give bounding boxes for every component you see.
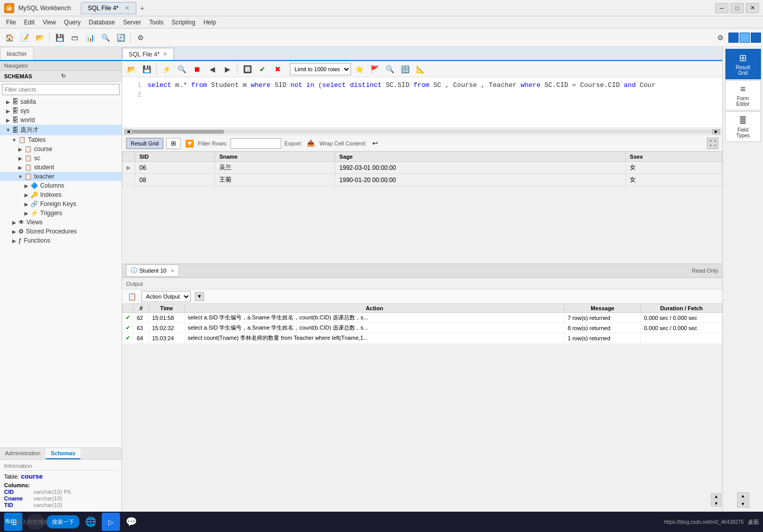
sql-find-btn[interactable]: 🔍 bbox=[383, 62, 397, 76]
sql-format-btn[interactable]: 📐 bbox=[413, 62, 427, 76]
menu-file[interactable]: File bbox=[2, 18, 20, 27]
grid-icon-btn[interactable]: ⊞ bbox=[166, 138, 181, 149]
sql-stop-btn[interactable]: ⏹ bbox=[190, 62, 204, 76]
sql-save-btn[interactable]: 💾 bbox=[139, 62, 154, 76]
sql-next-btn[interactable]: ▶ bbox=[220, 62, 234, 76]
tree-pangxingcai[interactable]: ▼ 🗄 庞兴才 bbox=[0, 125, 122, 135]
tab-administration[interactable]: Administration bbox=[0, 448, 46, 459]
tree-stored-procedures[interactable]: ▶ ⚙ Stored Procedures bbox=[0, 227, 122, 236]
tree-views[interactable]: ▶ 👁 Views bbox=[0, 218, 122, 227]
tab-close-icon[interactable]: ✕ bbox=[125, 5, 130, 12]
menu-query[interactable]: Query bbox=[60, 18, 85, 27]
menu-scripting[interactable]: Scripting bbox=[167, 18, 199, 27]
sql-linenum-btn[interactable]: 🔢 bbox=[398, 62, 412, 76]
menu-help[interactable]: Help bbox=[199, 18, 220, 27]
toolbar-home-btn[interactable]: 🏠 bbox=[2, 31, 16, 45]
h-scroll-thumb[interactable] bbox=[132, 130, 224, 134]
tree-triggers[interactable]: ▶ ⚡ Triggers bbox=[0, 209, 122, 218]
sql-execute-btn[interactable]: ⚡ bbox=[159, 62, 173, 76]
menu-database[interactable]: Database bbox=[85, 18, 119, 27]
sql-prev-btn[interactable]: ◀ bbox=[205, 62, 219, 76]
view-btn-1[interactable] bbox=[728, 33, 739, 43]
tree-functions[interactable]: ▶ ƒ Functions bbox=[0, 236, 122, 245]
limit-select[interactable]: Limit to 1000 rows No Limit Limit to 10 … bbox=[290, 63, 351, 75]
new-tab-button[interactable]: + bbox=[136, 2, 149, 14]
taskbar-ie-btn[interactable]: 🌐 bbox=[81, 513, 100, 531]
sql-commit-btn[interactable]: ✔ bbox=[255, 62, 270, 76]
tab-teacher[interactable]: teacher bbox=[0, 47, 34, 60]
refresh-icon[interactable]: ↻ bbox=[61, 73, 118, 79]
tree-world[interactable]: ▶ 🗄 world bbox=[0, 115, 122, 125]
taskbar-app1-btn[interactable]: ▷ bbox=[102, 513, 120, 531]
wrap-icon[interactable]: ↩ bbox=[370, 138, 381, 149]
tree-foreign-keys[interactable]: ▶ 🔗 Foreign Keys bbox=[0, 199, 122, 209]
sql-flag-btn[interactable]: 🚩 bbox=[367, 62, 382, 76]
maximize-grid-btn[interactable]: ⛶ bbox=[707, 138, 718, 149]
menu-edit[interactable]: Edit bbox=[20, 18, 39, 27]
horizontal-scrollbar[interactable]: ◀ ▶ bbox=[122, 128, 722, 135]
view-btn-3[interactable] bbox=[751, 33, 761, 43]
action-output-select[interactable]: Action Output bbox=[141, 291, 191, 302]
tree-sys[interactable]: ▶ 🗄 sys bbox=[0, 106, 122, 115]
h-scroll-track[interactable] bbox=[132, 130, 712, 134]
tree-sc[interactable]: ▶ 📋 sc bbox=[0, 154, 122, 163]
table-row[interactable]: ▶ 06 吴兰 1992-03-01 00:00:00 女 bbox=[123, 162, 722, 174]
toolbar-sql-btn[interactable]: 📝 bbox=[17, 31, 32, 45]
output-icon-btn[interactable]: 📋 bbox=[126, 291, 137, 302]
result-tab-close[interactable]: ✕ bbox=[170, 268, 174, 274]
sql-file-tab[interactable]: SQL File 4* ✕ bbox=[122, 48, 174, 60]
tree-teacher[interactable]: ▼ 📋 teacher bbox=[0, 172, 122, 181]
tree-indexes[interactable]: ▶ 🔑 Indexes bbox=[0, 190, 122, 199]
taskbar-app2-btn[interactable]: 💬 bbox=[122, 513, 140, 531]
toolbar-options-icon[interactable]: ⚙ bbox=[713, 31, 727, 45]
sql-rollback-btn[interactable]: ✖ bbox=[271, 62, 285, 76]
filter-rows-input[interactable] bbox=[230, 138, 281, 149]
dropdown-arrow-btn[interactable]: ▼ bbox=[195, 292, 204, 301]
table-row[interactable]: 08 王菊 1990-01-20 00:00:00 女 bbox=[123, 174, 722, 186]
output-row-2[interactable]: ✔ 63 15:02:32 select a.SID 学生编号，a.Sname … bbox=[123, 323, 722, 333]
filter-input[interactable] bbox=[2, 84, 120, 95]
scroll-down-arrow[interactable]: ▼ bbox=[711, 500, 721, 507]
export-icon[interactable]: 📤 bbox=[305, 138, 316, 149]
tree-sakila[interactable]: ▶ 🗄 sakila bbox=[0, 97, 122, 106]
form-editor-sidebar-btn[interactable]: ≡ Form Editor bbox=[725, 80, 761, 110]
sql-tab-close[interactable]: ✕ bbox=[163, 51, 167, 57]
sql-bookmark-btn[interactable]: ⭐ bbox=[352, 62, 366, 76]
menu-view[interactable]: View bbox=[39, 18, 60, 27]
result-grid-btn[interactable]: Result Grid bbox=[126, 138, 163, 149]
scroll-left-btn[interactable]: ◀ bbox=[124, 129, 132, 134]
tree-course[interactable]: ▶ 📋 course bbox=[0, 144, 122, 154]
minimize-button[interactable]: ─ bbox=[715, 3, 728, 13]
toolbar-save-btn[interactable]: 💾 bbox=[52, 31, 67, 45]
sql-explain-btn[interactable]: 🔍 bbox=[174, 62, 189, 76]
sql-open-btn[interactable]: 📂 bbox=[124, 62, 138, 76]
search-taskbar-area[interactable]: 🔍 bbox=[26, 514, 45, 529]
toolbar-table-btn[interactable]: 🗃 bbox=[68, 31, 82, 45]
tab-local-instance[interactable]: SQL File 4* ✕ bbox=[81, 2, 136, 14]
output-row-3[interactable]: ✔ 64 15:03:24 select count(Tname) 李林老师的数… bbox=[123, 333, 722, 343]
result-grid-sidebar-btn[interactable]: ⊞ Result Grid bbox=[725, 49, 761, 79]
toolbar-refresh-btn[interactable]: 🔄 bbox=[113, 31, 128, 45]
sidebar-scroll-up[interactable]: ▲ bbox=[737, 492, 749, 499]
col-header-ssex[interactable]: Ssex bbox=[626, 152, 722, 162]
scroll-up-arrow[interactable]: ▲ bbox=[711, 493, 721, 499]
sql-toggle-btn[interactable]: 🔲 bbox=[240, 62, 254, 76]
tree-tables[interactable]: ▼ 📋 Tables bbox=[0, 135, 122, 144]
tab-schemas[interactable]: Schemas bbox=[46, 448, 80, 459]
output-table-wrap[interactable]: # Time Action Message Duration / Fetch ✔… bbox=[122, 304, 722, 344]
menu-tools[interactable]: Tools bbox=[145, 18, 167, 27]
toolbar-extra-btn[interactable]: ⚙ bbox=[133, 31, 148, 45]
field-types-sidebar-btn[interactable]: ≣ Field Types bbox=[725, 111, 761, 142]
close-button[interactable]: ✕ bbox=[746, 3, 759, 13]
toolbar-diagram-btn[interactable]: 📊 bbox=[83, 31, 97, 45]
view-btn-2[interactable] bbox=[740, 33, 750, 43]
scroll-right-btn[interactable]: ▶ bbox=[712, 129, 720, 134]
output-row-1[interactable]: ✔ 62 15:01:58 select a.SID 学生编号，a.Sname … bbox=[123, 313, 722, 323]
toolbar-open-btn[interactable]: 📂 bbox=[33, 31, 47, 45]
col-header-sid[interactable]: SID bbox=[135, 152, 215, 162]
data-grid[interactable]: SID Sname Sage Ssex ▶ 06 吴兰 1992-03-01 0… bbox=[122, 152, 722, 263]
maximize-button[interactable]: □ bbox=[730, 3, 744, 13]
filter-icon[interactable]: 🔽 bbox=[184, 138, 195, 149]
toolbar-search-btn[interactable]: 🔍 bbox=[98, 31, 112, 45]
sidebar-scroll-down[interactable]: ▼ bbox=[737, 500, 749, 508]
